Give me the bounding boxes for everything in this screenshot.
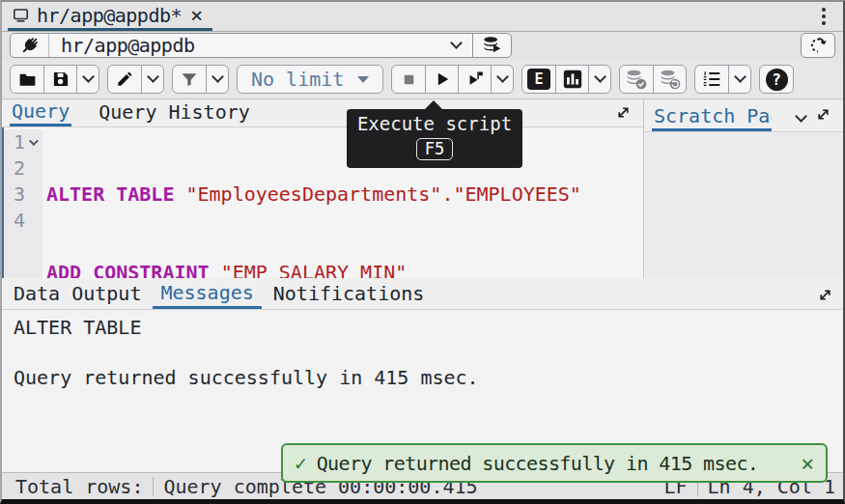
scratch-pad-editor[interactable] <box>644 132 843 278</box>
expand-icon[interactable] <box>615 104 632 121</box>
document-tabbar: hr/app@appdb* × <box>2 2 843 32</box>
code-line: ALTER TABLE "EmployeesDepartments"."EMPL… <box>46 182 581 208</box>
open-file-button[interactable] <box>11 66 43 93</box>
save-options-chevron-icon[interactable] <box>76 66 99 93</box>
tab-query-history[interactable]: Query History <box>97 100 252 126</box>
tab-title: hr/app@appdb* <box>37 4 182 27</box>
total-rows-label: Total rows: <box>2 475 143 498</box>
save-button[interactable] <box>43 66 76 93</box>
tooltip-title: Execute script <box>347 113 522 134</box>
statusbar-divider <box>153 477 154 496</box>
commit-button[interactable] <box>620 66 653 93</box>
query-toolbar: No limit E <box>2 60 843 99</box>
rollback-button[interactable] <box>653 66 686 93</box>
filter-options-chevron-icon[interactable] <box>206 66 228 93</box>
expand-icon[interactable] <box>817 287 833 309</box>
execute-options-chevron-icon[interactable] <box>491 66 513 93</box>
tab-query-tool[interactable]: hr/app@appdb* × <box>8 2 212 31</box>
macro-list-icon[interactable] <box>695 66 728 93</box>
new-connection-button[interactable] <box>472 34 511 57</box>
message-line <box>14 340 831 365</box>
toast-message: Query returned successfully in 415 msec. <box>317 452 759 475</box>
help-button[interactable]: ? <box>760 66 793 93</box>
row-limit-select[interactable]: No limit <box>238 66 382 93</box>
chevron-down-icon[interactable] <box>439 34 472 57</box>
execute-current-button[interactable] <box>458 66 491 93</box>
connection-selector[interactable]: hr/app@appdb <box>10 33 512 58</box>
execute-script-tooltip: Execute script F5 <box>347 109 522 168</box>
explain-button[interactable]: E <box>522 66 555 93</box>
execute-button[interactable] <box>425 66 458 93</box>
stop-button[interactable] <box>392 66 425 93</box>
tab-query[interactable]: Query <box>10 99 71 126</box>
explain-options-chevron-icon[interactable] <box>588 66 610 93</box>
success-toast: ✓ Query returned successfully in 415 mse… <box>281 443 828 483</box>
chevron-down-icon[interactable] <box>797 102 805 126</box>
tab-messages[interactable]: Messages <box>153 281 261 309</box>
macro-options-chevron-icon[interactable] <box>728 66 750 93</box>
tab-scratch-pad[interactable]: Scratch Pad <box>652 104 772 131</box>
explain-analyze-button[interactable] <box>555 66 588 93</box>
edit-options-chevron-icon[interactable] <box>141 66 163 93</box>
output-tabbar: Data Output Messages Notifications <box>2 278 843 310</box>
expand-icon[interactable] <box>815 106 831 123</box>
query-pane: Query Query History 1 2 3 4 ALTER TABLE … <box>2 99 643 278</box>
scratch-pane: Scratch Pad <box>643 99 843 278</box>
check-icon: ✓ <box>295 452 307 475</box>
tab-data-output[interactable]: Data Output <box>12 282 143 309</box>
tooltip-shortcut-key: F5 <box>416 138 453 160</box>
message-line: ALTER TABLE <box>14 315 831 340</box>
tooltip-arrow <box>425 100 442 109</box>
kebab-menu-icon[interactable] <box>816 5 831 28</box>
message-line: Query returned successfully in 415 msec. <box>14 365 831 390</box>
dropdown-arrow-icon <box>357 76 369 83</box>
terminal-window-icon <box>12 6 30 24</box>
tab-notifications[interactable]: Notifications <box>271 282 427 309</box>
close-icon[interactable]: × <box>188 5 205 26</box>
connection-bar: hr/app@appdb <box>2 32 843 60</box>
connection-name[interactable]: hr/app@appdb <box>49 34 439 57</box>
refresh-connection-button[interactable] <box>801 33 835 58</box>
fold-chevron-icon[interactable] <box>29 136 39 146</box>
query-tool-window: hr/app@appdb* × hr/app@appdb <box>0 0 845 504</box>
toast-close-icon[interactable]: × <box>801 451 814 476</box>
plug-icon <box>11 34 49 57</box>
edit-icon[interactable] <box>108 66 141 93</box>
filter-icon[interactable] <box>173 66 206 93</box>
